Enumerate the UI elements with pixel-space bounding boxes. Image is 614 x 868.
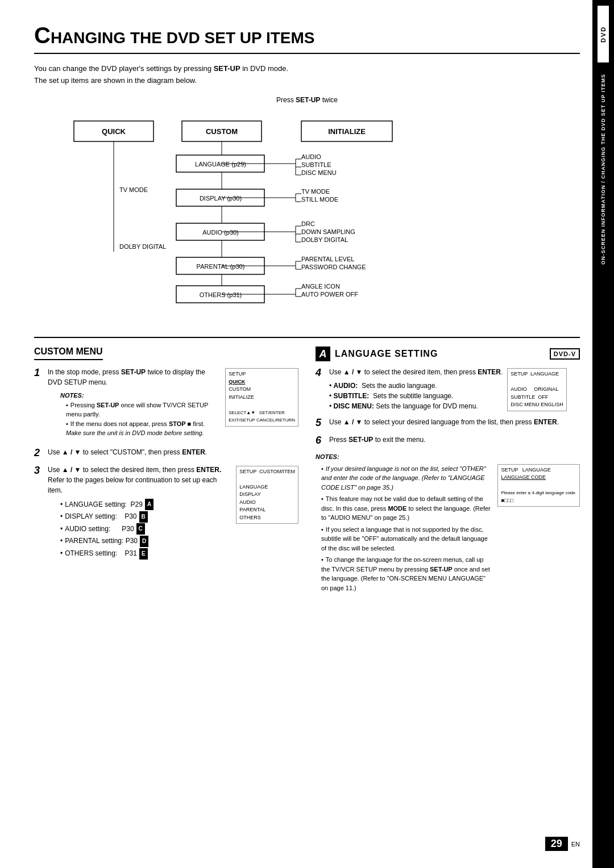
step-2-content: Use ▲ / ▼ to select "CUSTOM", then press… — [48, 447, 298, 457]
dvd-logo: DVD-V — [550, 348, 580, 360]
step-1-notes: NOTES: Pressing SET-UP once will show TV… — [60, 391, 221, 438]
step-3-content: Use ▲ / ▼ to select the desired item, th… — [48, 465, 298, 560]
step-1-content: In the stop mode, press SET-UP twice to … — [48, 367, 298, 441]
svg-text:DISC MENU: DISC MENU — [301, 169, 337, 176]
svg-text:TV MODE: TV MODE — [301, 188, 330, 195]
diagram-area: Press SET-UP twice QUICK CUSTOM INITIALI… — [34, 96, 580, 320]
svg-text:CUSTOM: CUSTOM — [206, 127, 238, 136]
svg-text:DISPLAY (p30): DISPLAY (p30) — [200, 195, 242, 202]
svg-text:PASSWORD CHANGE: PASSWORD CHANGE — [301, 264, 366, 270]
svg-text:INITIALIZE: INITIALIZE — [328, 127, 366, 136]
right-notes-title: NOTES: — [316, 453, 339, 460]
screen-mockup-2: SETUP CUSTOM/ITEM LANGUAGE DISPLAY AUDIO… — [236, 466, 298, 524]
page-en: EN — [571, 841, 580, 848]
page-container: DVD ON-SCREEN INFORMATION / CHANGING THE… — [0, 0, 614, 868]
svg-text:LANGUAGE (p29): LANGUAGE (p29) — [195, 161, 246, 168]
right-sidebar: DVD ON-SCREEN INFORMATION / CHANGING THE… — [592, 0, 614, 868]
language-items-desc: • AUDIO: Sets the audio language. • SUBT… — [329, 381, 503, 411]
step-3: 3 Use ▲ / ▼ to select the desired item, … — [34, 465, 298, 560]
intro-text-2: The set up items are shown in the diagra… — [34, 76, 580, 85]
bullet-display: DISPLAY setting: P30 B — [60, 511, 231, 523]
svg-text:DOLBY DIGITAL: DOLBY DIGITAL — [301, 236, 348, 243]
svg-text:PARENTAL (p30): PARENTAL (p30) — [197, 263, 245, 270]
svg-text:AUTO POWER OFF: AUTO POWER OFF — [301, 291, 358, 298]
step-4-content: Use ▲ / ▼ to select the desired item, th… — [329, 367, 580, 411]
language-setting-header: A LANGUAGE SETTING DVD-V — [316, 347, 580, 361]
right-note-4: To change the language for the on-screen… — [321, 555, 493, 592]
svg-text:PARENTAL LEVEL: PARENTAL LEVEL — [301, 256, 354, 262]
sidebar-long-label: ON-SCREEN INFORMATION / CHANGING THE DVD… — [600, 74, 607, 265]
step-5-content: Use ▲ / ▼ to select your desired languag… — [329, 417, 580, 427]
bullet-audio: AUDIO setting: P30 C — [60, 523, 231, 536]
notes-title-1: NOTES: — [60, 392, 84, 399]
col-right: A LANGUAGE SETTING DVD-V 4 Use ▲ / ▼ to … — [316, 347, 580, 596]
section-divider — [34, 337, 580, 338]
step-4: 4 Use ▲ / ▼ to select the desired item, … — [316, 367, 580, 411]
screen-mockup-3: SETUP LANGUAGE AUDIO ORIGINAL SUBTITLE O… — [507, 368, 567, 411]
step-5: 5 Use ▲ / ▼ to select your desired langu… — [316, 417, 580, 429]
right-note-1: If your desired language is not on the l… — [321, 464, 493, 493]
lang-badge: A — [316, 347, 330, 361]
step-6-num: 6 — [316, 435, 326, 446]
settings-list: LANGUAGE setting: P29 A DISPLAY setting:… — [60, 499, 231, 560]
page-number: 29 EN — [545, 837, 580, 851]
step-2-num: 2 — [34, 447, 44, 459]
page-num-box: 29 — [545, 837, 568, 851]
right-note-2: This feature may not be valid due to def… — [321, 494, 493, 523]
lang-title: LANGUAGE SETTING — [335, 349, 438, 359]
screen-mockup-4: SETUP LANGUAGE LANGUAGE CODE Please ente… — [497, 464, 580, 507]
svg-text:AUDIO (p30): AUDIO (p30) — [202, 229, 239, 236]
step-6-content: Press SET-UP to exit the menu. — [329, 435, 580, 445]
page-title: CHANGING THE DVD SET UP ITEMS — [34, 23, 580, 54]
note-1-1: Pressing SET-UP once will show TV/VCR SE… — [66, 400, 221, 419]
svg-text:DRC: DRC — [301, 220, 315, 227]
step-6: 6 Press SET-UP to exit the menu. — [316, 435, 580, 446]
dvd-section-label: DVD — [598, 6, 609, 62]
intro-text-1: You can change the DVD player's settings… — [34, 64, 580, 73]
svg-text:TV MODE: TV MODE — [119, 186, 148, 193]
svg-text:SUBTITLE: SUBTITLE — [301, 161, 331, 168]
svg-text:DOWN SAMPLING: DOWN SAMPLING — [301, 228, 355, 235]
svg-text:QUICK: QUICK — [102, 127, 126, 136]
svg-text:AUDIO: AUDIO — [301, 153, 321, 160]
bullet-parental: PARENTAL setting: P30 D — [60, 535, 231, 548]
step-2: 2 Use ▲ / ▼ to select "CUSTOM", then pre… — [34, 447, 298, 459]
svg-text:DOLBY DIGITAL: DOLBY DIGITAL — [119, 243, 166, 250]
content-columns: CUSTOM MENU 1 In the stop mode, press SE… — [34, 347, 580, 596]
svg-text:OTHERS (p31): OTHERS (p31) — [200, 291, 242, 298]
custom-menu-heading: CUSTOM MENU — [34, 347, 103, 360]
col-left: CUSTOM MENU 1 In the stop mode, press SE… — [34, 347, 298, 596]
note-1-2: If the menu does not appear, press STOP … — [66, 419, 221, 438]
svg-text:STILL MODE: STILL MODE — [301, 196, 338, 203]
title-big-c: C — [34, 23, 51, 48]
press-label: Press SET-UP twice — [34, 96, 580, 104]
setup-diagram: QUICK CUSTOM INITIALIZE TV MODE DOLBY DI… — [57, 110, 557, 320]
svg-text:ANGLE ICON: ANGLE ICON — [301, 283, 340, 290]
step-1-num: 1 — [34, 367, 44, 379]
right-notes-block: NOTES: If your desired language is not o… — [316, 452, 580, 592]
right-note-3: If you select a language that is not sup… — [321, 525, 493, 553]
step-3-num: 3 — [34, 465, 44, 477]
right-notes-with-mockup: If your desired language is not on the l… — [316, 464, 580, 593]
step-5-num: 5 — [316, 417, 326, 429]
title-rest: HANGING THE DVD SET UP ITEMS — [51, 29, 315, 47]
screen-mockup-1: SETUP QUICK CUSTOM INITIALIZE SELECT▲▼ S… — [225, 368, 298, 427]
bullet-language: LANGUAGE setting: P29 A — [60, 499, 231, 511]
step-1: 1 In the stop mode, press SET-UP twice t… — [34, 367, 298, 441]
bullet-others: OTHERS setting: P31 E — [60, 548, 231, 560]
step-4-num: 4 — [316, 367, 326, 379]
